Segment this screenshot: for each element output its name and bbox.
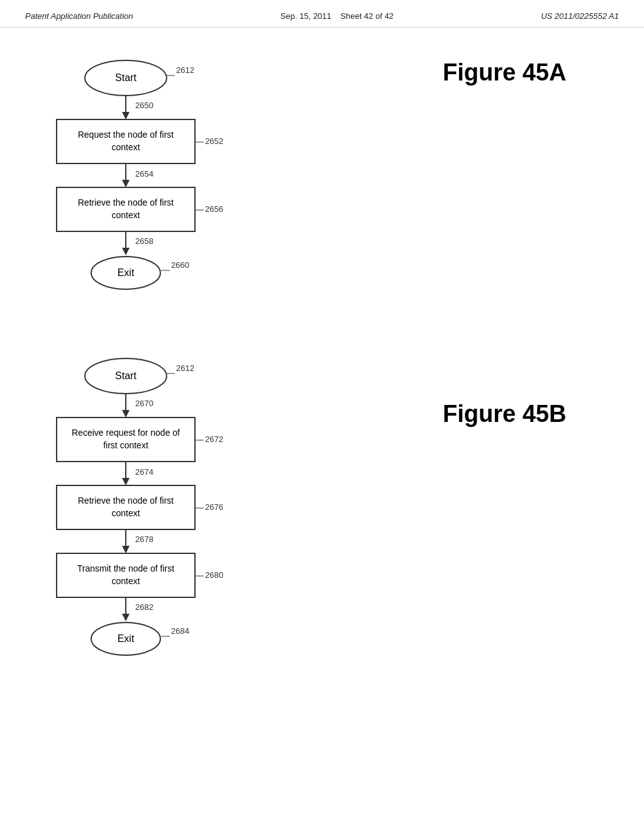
svg-marker-21 — [122, 248, 130, 255]
figure-45b-diagram: Start 2612 2670 Receive request for node… — [38, 345, 430, 706]
figure-45a-title: Figure 45A — [443, 59, 606, 86]
flowchart-45a-svg: Start 2612 2650 Request the node of firs… — [38, 47, 277, 311]
svg-rect-42 — [57, 485, 195, 529]
svg-text:2650: 2650 — [135, 101, 153, 110]
svg-rect-50 — [57, 553, 195, 597]
figure-45a-diagram: Start 2612 2650 Request the node of firs… — [38, 47, 430, 313]
svg-marker-13 — [122, 180, 130, 187]
svg-text:Request the node of first: Request the node of first — [78, 130, 174, 140]
svg-rect-15 — [57, 187, 195, 231]
svg-text:context: context — [111, 142, 140, 152]
svg-marker-32 — [122, 410, 130, 418]
svg-text:first context: first context — [103, 440, 148, 450]
svg-rect-34 — [57, 418, 195, 462]
svg-text:2684: 2684 — [171, 626, 189, 636]
svg-text:Receive request for node of: Receive request for node of — [72, 428, 180, 438]
header-right: US 2011/0225552 A1 — [541, 11, 619, 21]
svg-text:2676: 2676 — [205, 502, 223, 512]
header-sheet: Sheet 42 of 42 — [340, 11, 394, 21]
header-date: Sep. 15, 2011 — [280, 11, 331, 21]
svg-text:2674: 2674 — [135, 467, 153, 477]
svg-text:2678: 2678 — [135, 534, 153, 544]
svg-text:Retrieve the node of first: Retrieve the node of first — [78, 197, 174, 208]
svg-text:2658: 2658 — [135, 236, 153, 246]
svg-text:Start: Start — [115, 72, 136, 83]
svg-text:2672: 2672 — [205, 434, 223, 444]
svg-text:2612: 2612 — [176, 65, 194, 75]
svg-text:2670: 2670 — [135, 399, 153, 408]
svg-text:Exit: Exit — [118, 267, 135, 278]
svg-marker-48 — [122, 546, 130, 553]
svg-marker-56 — [122, 614, 130, 621]
header-center: Sep. 15, 2011 Sheet 42 of 42 — [280, 11, 394, 21]
svg-text:Start: Start — [115, 370, 136, 381]
svg-text:2680: 2680 — [205, 570, 223, 580]
header-left: Patent Application Publication — [25, 11, 133, 21]
svg-marker-40 — [122, 478, 130, 485]
svg-text:2660: 2660 — [171, 260, 189, 270]
svg-text:context: context — [111, 576, 140, 586]
svg-text:2652: 2652 — [205, 136, 223, 146]
page-header: Patent Application Publication Sep. 15, … — [0, 0, 644, 28]
svg-text:Retrieve the node of first: Retrieve the node of first — [78, 495, 174, 506]
svg-text:Exit: Exit — [118, 633, 135, 644]
svg-text:2654: 2654 — [135, 169, 153, 179]
svg-text:2612: 2612 — [176, 363, 194, 373]
svg-text:Transmit the node of first: Transmit the node of first — [77, 563, 174, 573]
svg-rect-7 — [57, 119, 195, 163]
svg-text:2656: 2656 — [205, 204, 223, 214]
figure-45b-title: Figure 45B — [443, 401, 606, 428]
flowchart-45b-svg: Start 2612 2670 Receive request for node… — [38, 345, 277, 703]
svg-text:context: context — [111, 210, 140, 220]
svg-marker-5 — [122, 112, 130, 119]
svg-text:context: context — [111, 508, 140, 518]
svg-text:2682: 2682 — [135, 602, 153, 612]
